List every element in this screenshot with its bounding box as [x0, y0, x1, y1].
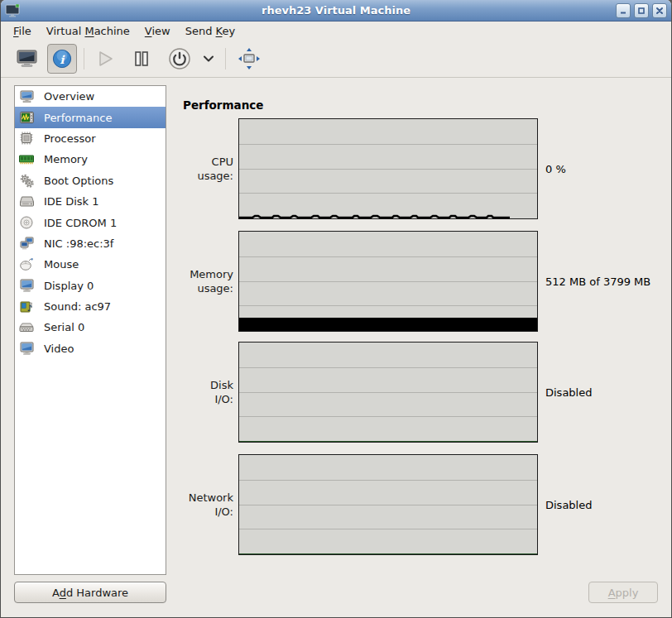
- shutdown-menu-button[interactable]: [199, 44, 218, 74]
- network-io-graph: [238, 454, 538, 555]
- performance-panel: Performance CPU usage: 0 % Memory usage:: [175, 78, 671, 617]
- disk-io-row: Disk I/O: Disabled: [175, 342, 650, 443]
- sidebar-item-label: Serial 0: [44, 321, 84, 333]
- cpu-usage-label: CPU usage:: [175, 155, 238, 183]
- processor-icon: [19, 132, 34, 146]
- sidebar-item-display-0[interactable]: Display 0: [15, 275, 166, 296]
- menu-send-key[interactable]: Send Key: [178, 23, 242, 39]
- shutdown-icon: [168, 47, 191, 70]
- sidebar-item-label: Display 0: [44, 280, 94, 292]
- menu-view[interactable]: View: [137, 23, 178, 39]
- toolbar-separator: [84, 48, 84, 69]
- memory-fill-bar: [239, 318, 537, 331]
- network-io-value: Disabled: [545, 499, 592, 511]
- network-io-label: Network I/O:: [175, 491, 238, 519]
- svg-text:♪: ♪: [27, 303, 32, 312]
- boot-options-icon: [19, 174, 34, 188]
- sidebar-item-memory[interactable]: Memory: [15, 149, 166, 170]
- disk-io-graph: [238, 342, 538, 443]
- sidebar-item-label: Overview: [44, 90, 94, 103]
- memory-icon: [19, 152, 34, 166]
- details-info-icon: i: [52, 48, 72, 69]
- menubar: File Virtual Machine View Send Key: [1, 22, 671, 40]
- menu-virtual-machine[interactable]: Virtual Machine: [39, 23, 137, 39]
- cpu-usage-graph: [238, 118, 538, 219]
- cpu-usage-row: CPU usage: 0 %: [175, 118, 650, 219]
- shutdown-button[interactable]: [164, 44, 195, 74]
- sound-icon: ♪: [19, 299, 34, 314]
- cpu-usage-line: [239, 211, 537, 219]
- fullscreen-icon: [237, 46, 262, 71]
- pause-button[interactable]: [129, 44, 154, 74]
- sidebar-item-label: Sound: ac97: [44, 300, 111, 313]
- memory-usage-value: 512 MB of 3799 MB: [545, 275, 650, 288]
- sidebar-item-label: Processor: [44, 132, 96, 145]
- console-icon: [16, 50, 38, 68]
- cpu-usage-value: 0 %: [545, 163, 566, 175]
- memory-usage-label: Memory usage:: [175, 267, 238, 295]
- sidebar-item-boot-options[interactable]: Boot Options: [15, 170, 166, 191]
- performance-icon: [19, 111, 34, 125]
- sidebar-item-label: Performance: [44, 112, 112, 124]
- sidebar-item-label: Memory: [44, 153, 88, 165]
- close-icon: [655, 7, 664, 15]
- sidebar-item-label: NIC :98:ec:3f: [44, 237, 113, 250]
- network-io-zero-line: [239, 553, 537, 554]
- run-icon: [95, 49, 115, 69]
- window-title: rhevh23 Virtual Machine: [1, 4, 671, 17]
- sidebar-item-mouse[interactable]: Mouse: [15, 254, 166, 275]
- vm-details-window: rhevh23 Virtual Machine File Virtual Mac…: [0, 0, 672, 618]
- video-icon: [19, 342, 34, 356]
- hardware-list: Overview Performance: [14, 85, 166, 575]
- sidebar-item-ide-disk-1[interactable]: IDE Disk 1: [15, 191, 166, 212]
- sidebar-item-video[interactable]: Video: [15, 338, 166, 359]
- show-details-button[interactable]: i: [47, 44, 77, 74]
- nic-icon: [19, 237, 34, 251]
- disk-io-zero-line: [239, 441, 537, 442]
- display-icon: [19, 279, 34, 293]
- titlebar[interactable]: rhevh23 Virtual Machine: [1, 0, 671, 22]
- sidebar-item-overview[interactable]: Overview: [15, 86, 166, 107]
- sidebar-item-label: Boot Options: [44, 175, 113, 187]
- sidebar-item-performance[interactable]: Performance: [15, 107, 166, 127]
- sidebar-item-nic[interactable]: NIC :98:ec:3f: [15, 233, 166, 254]
- show-console-button[interactable]: [12, 44, 42, 74]
- maximize-icon: [637, 7, 646, 15]
- page-title: Performance: [183, 98, 263, 112]
- overview-icon: [19, 89, 34, 103]
- minimize-button[interactable]: [616, 3, 631, 18]
- mouse-icon: [19, 257, 34, 271]
- toolbar-separator: [225, 48, 226, 69]
- menu-file[interactable]: File: [6, 23, 39, 39]
- cdrom-icon: [19, 216, 34, 230]
- chevron-down-icon: [203, 55, 214, 62]
- memory-usage-row: Memory usage: 512 MB of 3799 MB: [175, 231, 650, 332]
- disk-io-value: Disabled: [545, 386, 592, 399]
- pause-icon: [133, 50, 150, 68]
- apply-button[interactable]: Apply: [588, 582, 658, 603]
- sidebar-item-label: Mouse: [44, 258, 79, 271]
- minimize-icon: [619, 7, 627, 15]
- close-button[interactable]: [652, 3, 667, 18]
- sidebar-item-label: IDE CDROM 1: [44, 217, 117, 229]
- sidebar-item-ide-cdrom-1[interactable]: IDE CDROM 1: [15, 212, 166, 232]
- sidebar-item-processor[interactable]: Processor: [15, 128, 166, 149]
- disk-icon: [19, 194, 34, 208]
- sidebar-item-serial-0[interactable]: Serial 0: [15, 317, 166, 338]
- run-button[interactable]: [91, 44, 119, 74]
- network-io-row: Network I/O: Disabled: [175, 454, 650, 555]
- maximize-button[interactable]: [634, 3, 649, 18]
- sidebar-item-label: Video: [44, 343, 74, 355]
- fullscreen-button[interactable]: [233, 44, 266, 74]
- memory-usage-graph: [238, 231, 538, 332]
- disk-io-label: Disk I/O:: [175, 378, 238, 406]
- serial-icon: [19, 320, 34, 334]
- sidebar-item-sound[interactable]: ♪ Sound: ac97: [15, 296, 166, 317]
- add-hardware-button[interactable]: Add Hardware: [14, 582, 166, 603]
- toolbar: i: [1, 40, 671, 78]
- sidebar-item-label: IDE Disk 1: [44, 195, 99, 208]
